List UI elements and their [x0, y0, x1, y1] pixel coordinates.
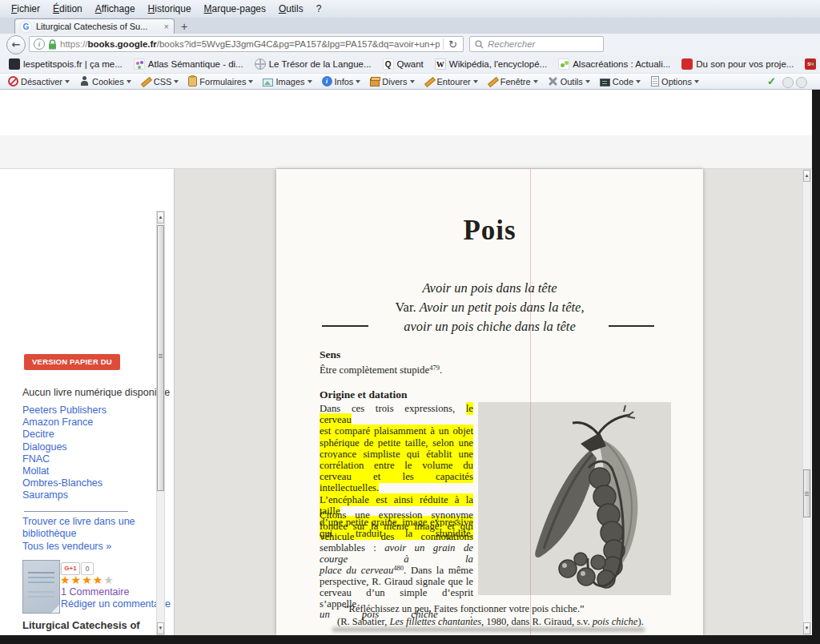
webdev-menu-cookies[interactable]: Cookies: [74, 76, 136, 87]
write-review-link[interactable]: Rédiger un commentaire: [61, 598, 171, 610]
bookmark-item[interactable]: Du son pour vos proje...: [676, 57, 799, 71]
url-bar[interactable]: i https://books.google.fr/books?id=5WvgE…: [29, 36, 464, 52]
menu-item-affichage[interactable]: Affichage: [89, 2, 142, 16]
viewer-scrollbar-thumb[interactable]: [803, 469, 810, 517]
chevron-down-icon: [585, 80, 590, 83]
chevron-down-icon: [694, 80, 699, 83]
seller-link-peeterspublishers[interactable]: Peeters Publishers: [22, 405, 107, 417]
books-toolbar: Livres Ajouter à ma bibliothèque Rédiger…: [0, 135, 820, 169]
bookmark-item[interactable]: WWikipédia, l'encyclopé...: [429, 57, 553, 71]
menu-item-historique[interactable]: Historique: [142, 2, 198, 16]
alsa-favicon-icon: [558, 58, 569, 70]
tab-strip: G Liturgical Catechesis of Su... × +: [0, 18, 820, 34]
reload-icon[interactable]: ↻: [447, 38, 459, 50]
scroll-up-icon[interactable]: ▲: [803, 170, 810, 182]
menu-item-fichier[interactable]: Fichier: [5, 2, 46, 16]
url-divider: [443, 38, 444, 50]
scroll-down-icon[interactable]: ▼: [803, 622, 810, 634]
dash-rule-right: [609, 325, 654, 327]
scroll-up-icon[interactable]: ▲: [157, 211, 164, 223]
webdev-menu-label: Fenêtre: [500, 77, 531, 87]
menu-item-?[interactable]: ?: [310, 2, 328, 16]
seller-link-mollat[interactable]: Mollat: [22, 465, 107, 477]
book-text-line: Être complètement stupide479.: [320, 364, 473, 376]
webdev-menu-dsactiver[interactable]: Désactiver: [3, 76, 74, 87]
bookmark-item[interactable]: Alsacréations : Actuali...: [553, 57, 676, 71]
cutoff-text-blur: [332, 627, 645, 632]
menu-item-outils[interactable]: Outils: [272, 2, 310, 16]
pencil-icon: [141, 76, 151, 87]
sens-heading: Sens: [320, 348, 340, 361]
bookmark-item[interactable]: lespetitspois.fr | ça me...: [3, 57, 128, 71]
find-in-library-link-line2[interactable]: bibliothèque: [22, 528, 76, 540]
seller-link-dialogues[interactable]: Dialogues: [22, 441, 107, 453]
search-placeholder: Rechercher: [488, 39, 535, 49]
browser-tab[interactable]: G Liturgical Catechesis of Su... ×: [14, 18, 175, 34]
book-text-line: avoir un pois chiche dans la tête: [276, 317, 703, 336]
seller-link-fnac[interactable]: FNAC: [22, 453, 107, 465]
book-text-line: est comparé plaisamment à un objet: [320, 425, 473, 437]
navigation-toolbar: ← i https://books.google.fr/books?id=5Wv…: [0, 34, 820, 55]
webdev-menu-label: CSS: [154, 77, 172, 87]
webdev-menu-fentre[interactable]: Fenêtre: [483, 76, 543, 87]
rating-star: ★: [82, 574, 93, 586]
scroll-down-icon[interactable]: ▼: [157, 622, 164, 634]
get-print-book-button[interactable]: VERSION PAPIER DU LIVRE: [24, 354, 120, 370]
seller-link-sauramps[interactable]: Sauramps: [22, 489, 107, 501]
bookmark-label: lespetitspois.fr | ça me...: [23, 59, 123, 69]
webdev-menu-formulaires[interactable]: Formulaires: [183, 76, 258, 87]
sidebar-scrollbar-thumb[interactable]: [157, 225, 164, 491]
webdev-menu-outils[interactable]: Outils: [543, 76, 595, 87]
menu-item-dition[interactable]: Édition: [46, 2, 89, 16]
browser-search-box[interactable]: Rechercher: [469, 36, 604, 52]
chevron-down-icon: [533, 80, 538, 83]
webdev-status-circle[interactable]: [796, 77, 807, 88]
bookmark-item[interactable]: Le Trésor de la Langue...: [249, 57, 377, 71]
page-info-icon[interactable]: i: [34, 38, 45, 50]
dash-rule-left: [322, 325, 368, 327]
webdev-menu-label: Cookies: [92, 77, 124, 87]
webdev-menu-label: Outils: [561, 77, 583, 87]
webdev-menu-infos[interactable]: Infos: [317, 76, 366, 87]
viewer-scrollbar[interactable]: ▲ ▼: [802, 169, 811, 635]
seller-link-ombresblanches[interactable]: Ombres-Blanches: [22, 477, 107, 489]
find-in-library-link[interactable]: Trouver ce livre dans une: [22, 516, 135, 528]
webdev-menu-code[interactable]: Code: [595, 77, 645, 87]
bookmarks-overflow-chevron[interactable]: »: [810, 58, 815, 69]
webdev-menu-label: Infos: [335, 77, 354, 87]
atlas-favicon-icon: [134, 58, 145, 70]
chevron-down-icon: [174, 80, 179, 83]
book-text-line: croyance simpliste qui établit une: [320, 449, 473, 460]
bookmark-item[interactable]: Atlas Sémantique - di...: [128, 57, 249, 71]
book-text-line: Citons une expression synonyme: [320, 510, 473, 521]
seller-link-decitre[interactable]: Decitre: [22, 429, 107, 441]
back-button[interactable]: ←: [6, 35, 26, 54]
webdev-check-icon: ✓: [767, 75, 776, 87]
webdev-menu-label: Images: [275, 77, 304, 87]
webdev-menu-images[interactable]: Images: [258, 77, 316, 87]
star-rating[interactable]: ★★★★★: [60, 574, 115, 586]
book-text-line: Avoir un pois dans la tête: [276, 279, 703, 298]
google-header: Google: [0, 90, 820, 135]
webdev-menu-css[interactable]: CSS: [136, 76, 184, 87]
bookmark-label: Alsacréations : Actuali...: [573, 59, 670, 69]
webdev-menu-divers[interactable]: Divers: [365, 77, 419, 87]
rating-star: ★: [71, 574, 82, 586]
menu-item-marquepages[interactable]: Marque-pages: [198, 2, 272, 16]
tab-close-icon[interactable]: ×: [164, 22, 169, 31]
book-cover-thumbnail[interactable]: [22, 560, 60, 614]
review-count-link[interactable]: 1 Commentaire: [61, 586, 129, 598]
book-text-line: cerveau et les capacités intellectuelles…: [320, 471, 473, 493]
sidebar-scrollbar[interactable]: ▲ ▼: [156, 211, 165, 635]
new-tab-button[interactable]: +: [181, 20, 187, 33]
page-icon: [651, 76, 659, 87]
sens-text: Être complètement stupide479.: [320, 364, 473, 376]
all-sellers-link[interactable]: Tous les vendeurs »: [22, 541, 111, 553]
webdev-menu-entourer[interactable]: Entourer: [420, 76, 483, 87]
entry-title: Pois: [276, 215, 703, 247]
webdev-menu-options[interactable]: Options: [645, 76, 704, 87]
bookmark-item[interactable]: QQwant: [377, 57, 429, 71]
seller-link-amazonfrance[interactable]: Amazon France: [22, 417, 107, 429]
bookmark-label: Wikipédia, l'encyclopé...: [449, 59, 547, 69]
webdev-status-circle[interactable]: [782, 77, 794, 88]
